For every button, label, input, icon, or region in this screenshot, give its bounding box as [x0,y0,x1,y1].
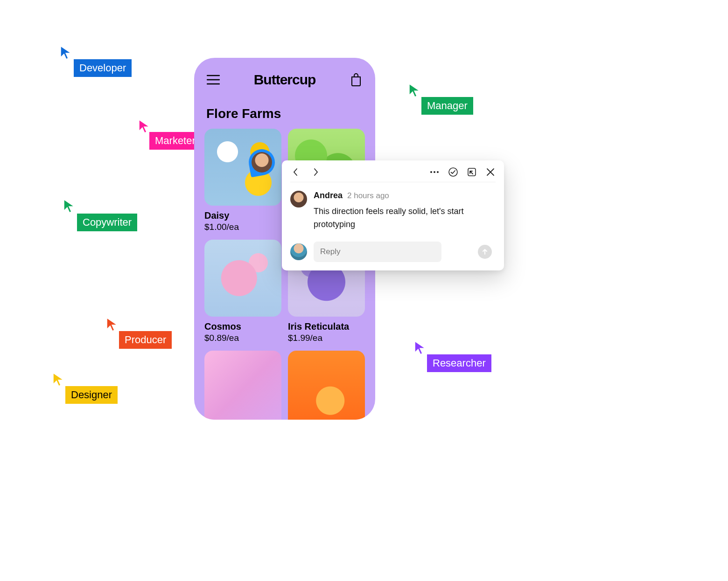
send-reply-button[interactable] [478,245,492,259]
product-name: Iris Reticulata [288,321,365,332]
section-title: Flore Farms [194,93,375,129]
svg-point-0 [430,171,432,173]
product-price: $1.00/ea [204,222,281,232]
cursor-arrow-icon [63,199,75,213]
cursor-arrow-icon [414,340,426,354]
product-card[interactable]: Daisy $1.00/ea [204,129,281,232]
product-card[interactable]: Cosmos $0.89/ea [204,240,281,343]
dock-panel-icon[interactable] [467,167,477,177]
product-card[interactable] [288,351,365,420]
cursor-label: Marketer [149,132,201,150]
resolve-comment-icon[interactable] [448,167,458,177]
cursor-arrow-icon [60,45,72,59]
comment-pin[interactable] [249,149,275,175]
cursor-label: Copywriter [77,214,137,231]
close-icon[interactable] [485,167,496,177]
cursor-arrow-icon [138,119,150,133]
cursor-producer: Producer [106,317,118,333]
cursor-developer: Developer [60,45,72,61]
cursor-designer: Designer [52,372,64,388]
comment-timestamp: 2 hours ago [347,191,389,201]
cursor-marketer: Marketer [138,119,150,135]
design-canvas[interactable]: Developer Marketer Copywriter Producer D… [0,0,728,581]
product-name: Cosmos [204,321,281,332]
svg-point-2 [437,171,439,173]
comment-author: Andrea [314,191,343,201]
mobile-header: Buttercup [194,58,375,93]
cursor-label: Developer [74,59,132,77]
product-thumbnail [204,351,281,420]
brand-title: Buttercup [220,72,349,88]
comment-author-avatar [290,191,307,208]
reply-input[interactable] [314,242,441,262]
prev-comment-button[interactable] [290,167,301,177]
svg-rect-4 [468,168,476,176]
cursor-manager: Manager [408,83,420,99]
cursor-label: Manager [421,97,473,115]
comment-body: This direction feels really solid, let's… [314,205,496,231]
comment-panel-header [290,167,496,182]
product-price: $0.89/ea [204,333,281,343]
product-thumbnail [288,351,365,420]
svg-point-1 [434,171,435,173]
cursor-label: Researcher [427,354,491,372]
more-options-icon[interactable] [429,167,440,177]
product-card[interactable] [204,351,281,420]
product-price: $1.99/ea [288,333,365,343]
cursor-arrow-icon [52,372,64,386]
product-name: Daisy [204,210,281,221]
product-thumbnail [204,129,281,206]
menu-icon[interactable] [206,73,220,87]
avatar [252,152,272,173]
cursor-arrow-icon [106,317,118,331]
svg-point-3 [449,168,457,176]
product-thumbnail [204,240,281,317]
cursor-researcher: Researcher [414,340,426,356]
shopping-bag-icon[interactable] [349,73,363,87]
cursor-arrow-icon [408,83,420,97]
current-user-avatar [290,243,307,260]
cursor-label: Producer [119,331,172,349]
cursor-label: Designer [65,386,118,404]
cursor-copywriter: Copywriter [63,199,75,214]
comment-panel: Andrea 2 hours ago This direction feels … [282,160,504,270]
next-comment-button[interactable] [311,167,321,177]
